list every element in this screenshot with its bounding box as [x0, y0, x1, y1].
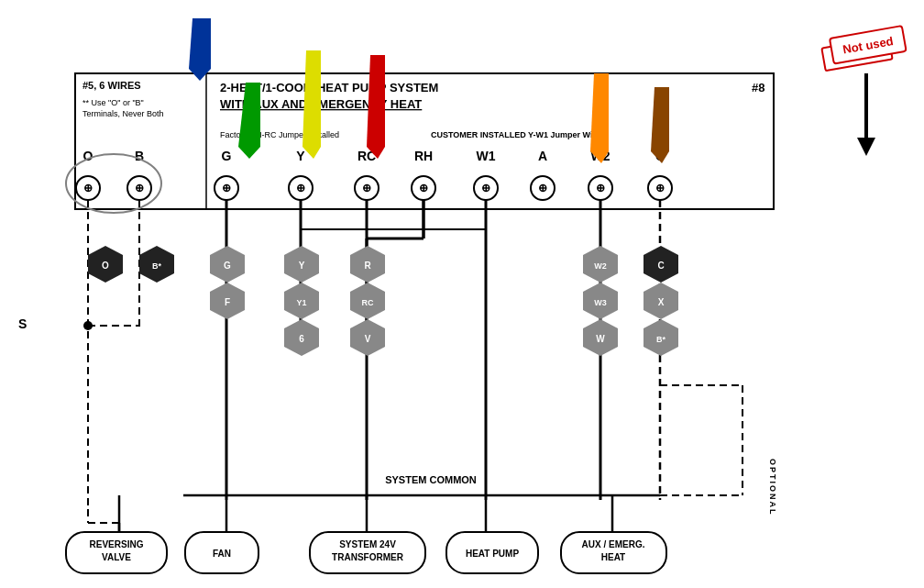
svg-point-32 [474, 176, 498, 200]
svg-text:O: O [102, 261, 109, 271]
svg-text:WITH AUX AND EMERGENCY HEAT: WITH AUX AND EMERGENCY HEAT [220, 97, 422, 111]
svg-rect-115 [310, 532, 425, 573]
svg-text:W3: W3 [594, 298, 607, 307]
svg-text:C: C [655, 149, 665, 163]
svg-marker-100 [583, 319, 618, 356]
svg-point-36 [588, 176, 612, 200]
svg-marker-78 [139, 246, 174, 283]
svg-text:Terminals, Never Both: Terminals, Never Both [82, 109, 164, 118]
svg-point-38 [648, 176, 672, 200]
svg-point-26 [289, 176, 313, 200]
svg-point-40 [66, 154, 161, 213]
svg-point-62 [83, 321, 93, 330]
svg-text:G: G [222, 149, 232, 163]
svg-text:HEAT PUMP: HEAT PUMP [466, 549, 519, 559]
svg-marker-42 [238, 83, 260, 159]
svg-text:VALVE: VALVE [102, 552, 131, 562]
svg-text:A: A [538, 149, 547, 163]
svg-text:RH: RH [414, 149, 433, 163]
svg-text:RC: RC [358, 149, 376, 163]
svg-text:⊕: ⊕ [222, 182, 231, 194]
svg-marker-106 [644, 319, 678, 356]
svg-text:CUSTOMER INSTALLED Y-W1 Jumper: CUSTOMER INSTALLED Y-W1 Jumper Wire [431, 130, 600, 139]
svg-text:⊕: ⊕ [83, 182, 93, 194]
svg-text:W1: W1 [477, 149, 496, 163]
svg-text:Y: Y [299, 261, 305, 271]
svg-text:⊕: ⊕ [481, 182, 490, 194]
svg-marker-82 [210, 283, 245, 319]
svg-text:⊕: ⊕ [296, 182, 305, 194]
svg-text:OPTIONAL: OPTIONAL [768, 459, 777, 516]
svg-marker-102 [644, 246, 678, 283]
svg-point-28 [355, 176, 379, 200]
svg-text:#5, 6 WIRES: #5, 6 WIRES [82, 80, 141, 91]
svg-text:Factory RH-RC Jumper Installed: Factory RH-RC Jumper Installed [220, 130, 339, 139]
svg-marker-92 [350, 283, 385, 319]
svg-marker-48 [857, 138, 875, 156]
svg-text:F: F [225, 297, 230, 307]
svg-text:AUX / EMERG.: AUX / EMERG. [582, 539, 645, 549]
svg-marker-45 [590, 73, 609, 163]
svg-text:W: W [596, 334, 605, 344]
svg-text:⊕: ⊕ [362, 182, 371, 194]
svg-text:B*: B* [656, 335, 666, 344]
svg-marker-96 [583, 246, 618, 283]
svg-rect-0 [75, 73, 774, 209]
svg-text:Y1: Y1 [296, 298, 306, 307]
svg-text:W2: W2 [594, 261, 607, 271]
svg-marker-104 [644, 283, 678, 319]
svg-marker-80 [210, 246, 245, 283]
svg-marker-86 [284, 283, 319, 319]
svg-text:#8: #8 [752, 81, 764, 94]
svg-text:C: C [657, 261, 664, 271]
svg-rect-118 [446, 532, 538, 573]
svg-text:⊕: ⊕ [538, 182, 547, 194]
svg-text:V: V [365, 334, 371, 344]
svg-text:⊕: ⊕ [135, 182, 144, 194]
svg-text:O: O [83, 149, 94, 163]
svg-text:SYSTEM 24V: SYSTEM 24V [339, 539, 396, 549]
svg-text:RC: RC [362, 298, 374, 307]
svg-text:** Use "O" or "B": ** Use "O" or "B" [82, 98, 144, 107]
svg-marker-46 [651, 87, 669, 163]
svg-marker-43 [302, 50, 321, 159]
svg-text:B*: B* [152, 261, 161, 271]
svg-text:HEAT: HEAT [601, 552, 625, 562]
svg-point-24 [214, 176, 238, 200]
svg-marker-44 [367, 55, 385, 159]
svg-marker-76 [88, 246, 123, 283]
svg-text:REVERSING: REVERSING [90, 539, 144, 549]
svg-marker-84 [284, 246, 319, 283]
svg-rect-110 [66, 532, 167, 573]
svg-text:⊕: ⊕ [419, 182, 428, 194]
svg-text:⊕: ⊕ [655, 182, 665, 194]
svg-marker-94 [350, 319, 385, 356]
svg-text:FAN: FAN [213, 549, 231, 559]
svg-text:TRANSFORMER: TRANSFORMER [332, 552, 404, 562]
svg-marker-98 [583, 283, 618, 319]
svg-point-20 [76, 176, 100, 200]
svg-text:G: G [224, 261, 231, 271]
svg-text:⊕: ⊕ [596, 182, 605, 194]
svg-point-34 [531, 176, 555, 200]
main-container: Not used #5, 6 WIRES ** Use "O" or "B" T… [0, 0, 924, 588]
svg-text:SYSTEM COMMON: SYSTEM COMMON [385, 474, 477, 485]
svg-marker-41 [189, 18, 211, 81]
svg-text:2-HEAT/1-COOL, HEAT PUMP SYSTE: 2-HEAT/1-COOL, HEAT PUMP SYSTEM [220, 81, 438, 94]
svg-marker-88 [284, 319, 319, 356]
svg-rect-120 [561, 532, 666, 573]
svg-text:S: S [18, 316, 27, 331]
svg-text:B: B [135, 149, 144, 163]
svg-text:Y: Y [296, 149, 305, 163]
svg-text:W2: W2 [591, 149, 610, 163]
svg-text:6: 6 [299, 334, 304, 344]
svg-rect-113 [185, 532, 258, 573]
svg-marker-90 [350, 246, 385, 283]
not-used-badge: Not used [821, 36, 894, 72]
svg-text:X: X [658, 297, 665, 307]
svg-point-22 [127, 176, 151, 200]
svg-text:R: R [364, 261, 371, 271]
svg-point-30 [412, 176, 435, 200]
